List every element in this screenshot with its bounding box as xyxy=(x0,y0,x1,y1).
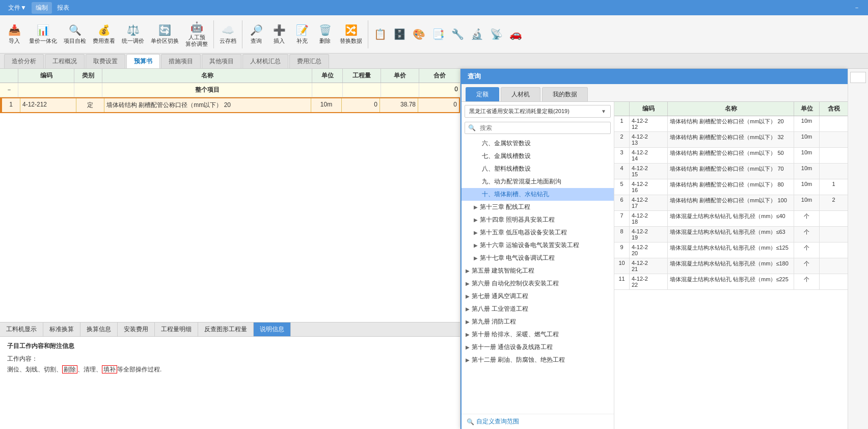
tab-project-overview[interactable]: 工程概况 xyxy=(45,54,85,68)
cell-total: 0 xyxy=(419,83,460,97)
result-row-10[interactable]: 10 4-12-221 墙体混凝土结构水钻钻孔 钻形孔径（mm）≤180 个 xyxy=(614,258,848,274)
tree-item-v5[interactable]: ▶ 第五册 建筑智能化工程 xyxy=(462,264,614,277)
tree-item-v9[interactable]: ▶ 第九册 消防工程 xyxy=(462,315,614,328)
menu-edit[interactable]: 编制 xyxy=(32,2,52,14)
cell-unit-price xyxy=(381,83,419,97)
tab-fee-summary[interactable]: 费用汇总 xyxy=(289,54,329,68)
toolbar-delete[interactable]: 🗑️ 删除 xyxy=(314,22,336,47)
rh-num xyxy=(614,102,630,116)
tree-item-ch15[interactable]: ▶ 第十五章 低压电器设备安装工程 xyxy=(462,226,614,239)
toolbar-icon8[interactable]: 🚗 xyxy=(506,26,525,42)
tab-cost-analysis[interactable]: 造价分析 xyxy=(4,54,44,68)
toolbar-unit-switch[interactable]: 🔄 单价区切换 xyxy=(148,22,182,47)
result-row-8[interactable]: 8 4-12-219 墙体混凝土结构水钻钻孔 钻形孔径（mm）≤63 个 xyxy=(614,227,848,243)
rr3-tax xyxy=(820,148,848,163)
result-row-7[interactable]: 7 4-12-218 墙体混凝土结构水钻钻孔 钻形孔径（mm）≤40 个 xyxy=(614,211,848,227)
tab-fee-settings[interactable]: 取费设置 xyxy=(86,54,125,68)
result-row-5[interactable]: 5 4-12-216 墙体砖结构 剔槽配管公称口径（mm以下） 80 10m 1 xyxy=(614,179,848,195)
quota-dropdown[interactable]: 黑龙江省通用安装工程消耗量定额(2019) ▼ xyxy=(465,105,611,118)
tree-item-8[interactable]: 八、塑料线槽数设 xyxy=(462,163,614,175)
toolbar-icon6[interactable]: 🔬 xyxy=(468,26,486,42)
search-circle-icon: 🔍 xyxy=(467,418,474,425)
tab-budget-book[interactable]: 预算书 xyxy=(126,54,160,68)
toolbar-replace[interactable]: 🔀 替换数据 xyxy=(337,22,365,47)
bottom-tab-qty-detail[interactable]: 工程量明细 xyxy=(155,323,198,336)
bottom-tab-description[interactable]: 说明信息 xyxy=(254,323,291,336)
tree-item-v10[interactable]: ▶ 第十册 给排水、采暖、燃气工程 xyxy=(462,328,614,341)
tree-item-v12[interactable]: ▶ 第十二册 刷油、防腐蚀、绝热工程 xyxy=(462,354,614,366)
toolbar-insert[interactable]: ➕ 插入 xyxy=(268,22,290,47)
tab-measures[interactable]: 措施项目 xyxy=(161,54,201,68)
bottom-tab-standard-calc[interactable]: 标准换算 xyxy=(43,323,80,336)
result-row-4[interactable]: 4 4-12-215 墙体砖结构 剔槽配管公称口径（mm以下） 70 10m xyxy=(614,164,848,179)
rr1-tax xyxy=(820,116,848,131)
query-body: 黑龙江省通用安装工程消耗量定额(2019) ▼ 🔍 六、金属软管数设 七 xyxy=(462,102,848,429)
tree-item-ch17[interactable]: ▶ 第十七章 电气设备调试工程 xyxy=(462,252,614,264)
rr7-tax xyxy=(820,211,848,226)
toolbar-icon5[interactable]: 🔧 xyxy=(448,26,467,42)
toolbar-icon1[interactable]: 📋 xyxy=(371,26,390,42)
result-row-9[interactable]: 9 4-12-220 墙体混凝土结构水钻钻孔 钻形孔径（mm）≤125 个 xyxy=(614,243,848,258)
toolbar-qty-price[interactable]: 📊 量价一体化 xyxy=(26,22,60,47)
tree-item-ch16[interactable]: ▶ 第十六章 运输设备电气装置安装工程 xyxy=(462,239,614,252)
tree-item-7[interactable]: 七、金属线槽数设 xyxy=(462,150,614,163)
rr6-name: 墙体砖结构 剔槽配管公称口径（mm以下） 100 xyxy=(668,195,794,210)
tree-item-v7[interactable]: ▶ 第七册 通风空调工程 xyxy=(462,290,614,303)
tree-container: 六、金属软管数设 七、金属线槽数设 八、塑料线槽数设 九、动力配管混凝土地面剔沟… xyxy=(462,136,614,414)
custom-query-link[interactable]: 🔍 自定义查询范围 xyxy=(462,414,614,429)
toolbar-fee-check[interactable]: 💰 费用查看 xyxy=(90,22,118,47)
bottom-tab-check-drawing[interactable]: 反查图形工程量 xyxy=(198,323,254,336)
query-tab-my-data[interactable]: 我的数据 xyxy=(542,87,588,101)
cell-qty-val[interactable]: 0 xyxy=(342,98,380,112)
result-row-2[interactable]: 2 4-12-213 墙体砖结构 剔槽配管公称口径（mm以下） 32 10m xyxy=(614,132,848,148)
toolbar-check[interactable]: 🔍 项目自检 xyxy=(61,22,89,47)
toolbar-unified-price[interactable]: ⚖️ 统一调价 xyxy=(119,22,147,47)
sidebar-search-input[interactable] xyxy=(850,72,866,83)
toolbar-cloud[interactable]: ☁️ 云存档 xyxy=(216,22,239,47)
tab-labor-material[interactable]: 人材机汇总 xyxy=(242,54,288,68)
toolbar-icon4[interactable]: 📑 xyxy=(429,26,448,42)
tree-item-ch14[interactable]: ▶ 第十四章 照明器具安装工程 xyxy=(462,213,614,226)
rr10-tax xyxy=(820,258,848,274)
tree-item-v8[interactable]: ▶ 第八册 工业管道工程 xyxy=(462,303,614,315)
toolbar-query[interactable]: 🔎 查询 xyxy=(245,22,267,47)
work-label: 工作内容： xyxy=(7,355,453,363)
toolbar-icon2[interactable]: 🗄️ xyxy=(390,26,409,42)
tree-arrow-v12: ▶ xyxy=(466,357,470,363)
table-row-selected[interactable]: 1 4-12-212 定 墙体砖结构 剔槽配管公称口径（mm以下） 20 10m… xyxy=(0,97,460,113)
toolbar-icon3[interactable]: 🎨 xyxy=(410,26,428,42)
result-row-11[interactable]: 11 4-12-222 墙体混凝土结构水钻钻孔 钻形孔径（mm）≤225 个 xyxy=(614,274,848,290)
rr6-code: 4-12-217 xyxy=(630,195,668,210)
query-title-bar: 查询 xyxy=(462,69,848,84)
toolbar-import-label: 导入 xyxy=(9,37,20,45)
result-row-3[interactable]: 3 4-12-214 墙体砖结构 剔槽配管公称口径（mm以下） 50 10m xyxy=(614,148,848,164)
bottom-tab-install-fee[interactable]: 安装费用 xyxy=(118,323,155,336)
search-icon: 🔍 xyxy=(465,124,479,131)
tree-arrow-ch16: ▶ xyxy=(474,243,478,248)
results-body: 1 4-12-212 墙体砖结构 剔槽配管公称口径（mm以下） 20 10m 2… xyxy=(614,116,848,429)
rr11-code: 4-12-222 xyxy=(630,274,668,289)
menu-file[interactable]: 文件▼ xyxy=(4,2,31,14)
bottom-tab-labor-machine[interactable]: 工料机显示 xyxy=(0,323,43,336)
toolbar-icon7[interactable]: 📡 xyxy=(487,26,506,42)
tree-item-v11[interactable]: ▶ 第十一册 通信设备及线路工程 xyxy=(462,341,614,354)
bottom-tab-conversion[interactable]: 换算信息 xyxy=(80,323,118,336)
toolbar-ai-budget[interactable]: 🤖 人工预算价调整 xyxy=(182,19,211,49)
tree-item-v6[interactable]: ▶ 第六册 自动化控制仪表安装工程 xyxy=(462,277,614,290)
search-input[interactable] xyxy=(479,122,610,133)
tree-item-10[interactable]: 十、墙体剔槽、水钻钻孔 xyxy=(462,188,614,201)
table-row-whole[interactable]: － 整个项目 0 xyxy=(0,83,460,97)
rr3-name: 墙体砖结构 剔槽配管公称口径（mm以下） 50 xyxy=(668,148,794,163)
search-container: 🔍 xyxy=(465,122,611,134)
tree-item-6[interactable]: 六、金属软管数设 xyxy=(462,137,614,150)
result-row-1[interactable]: 1 4-12-212 墙体砖结构 剔槽配管公称口径（mm以下） 20 10m xyxy=(614,116,848,132)
toolbar-fill[interactable]: 📝 补充 xyxy=(291,22,313,47)
menu-report[interactable]: 报表 xyxy=(53,2,73,14)
query-tab-labor-material[interactable]: 人材机 xyxy=(501,87,540,101)
tree-item-ch13[interactable]: ▶ 第十三章 配线工程 xyxy=(462,201,614,213)
tree-item-9[interactable]: 九、动力配管混凝土地面剔沟 xyxy=(462,175,614,188)
result-row-6[interactable]: 6 4-12-217 墙体砖结构 剔槽配管公称口径（mm以下） 100 10m … xyxy=(614,195,848,211)
tab-other-items[interactable]: 其他项目 xyxy=(202,54,241,68)
query-tab-quota[interactable]: 定额 xyxy=(466,87,499,101)
toolbar-import[interactable]: 📥 导入 xyxy=(3,22,25,47)
